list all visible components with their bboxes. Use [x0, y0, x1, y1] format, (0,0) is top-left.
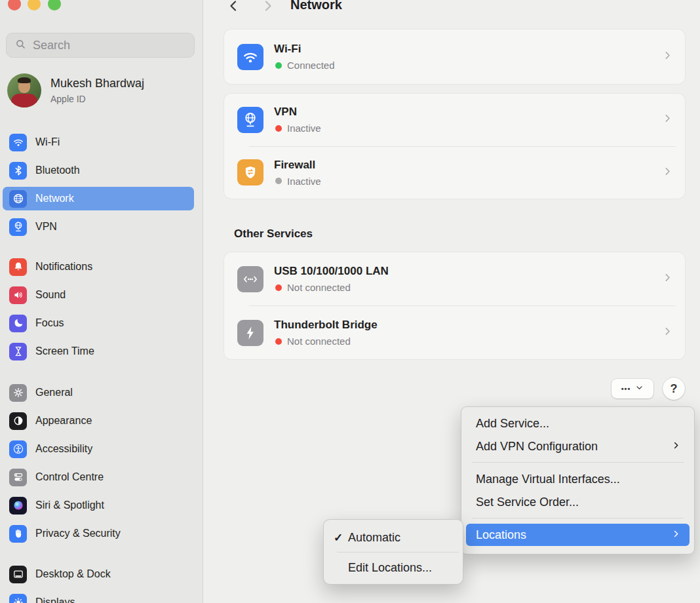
contrast-icon	[9, 412, 27, 430]
other-services-card: USB 10/100/1000 LAN Not connected Thunde…	[224, 252, 685, 359]
profile-subtitle: Apple ID	[50, 94, 144, 104]
hand-icon	[9, 525, 27, 543]
wifi-row[interactable]: Wi-Fi Connected	[224, 29, 685, 84]
search-icon	[14, 38, 27, 53]
minimize-button[interactable]	[28, 0, 41, 10]
sidebar-item-appearance[interactable]: Appearance	[3, 409, 194, 433]
menu-item-locations[interactable]: Locations	[466, 524, 690, 546]
submenu-item-automatic[interactable]: ✓ Automatic	[324, 528, 463, 547]
status-dot	[275, 62, 282, 69]
siri-icon	[9, 497, 27, 515]
chevron-right-icon	[662, 50, 673, 64]
wifi-icon	[9, 134, 27, 151]
row-title: USB 10/100/1000 LAN	[274, 265, 389, 278]
page-title: Network	[290, 0, 342, 12]
profile-row[interactable]: Mukesh Bhardwaj Apple ID	[7, 73, 144, 107]
more-options-button[interactable]: •••	[612, 379, 653, 399]
sidebar-item-vpn[interactable]: VPN	[3, 215, 194, 239]
globe-icon	[9, 190, 27, 208]
profile-name: Mukesh Bhardwaj	[50, 77, 144, 90]
zoom-button[interactable]	[48, 0, 61, 10]
menu-item-add-service[interactable]: Add Service...	[461, 412, 694, 435]
row-status: Not connected	[275, 336, 378, 347]
sidebar-group-desktop: Desktop & Dock Displays	[0, 562, 203, 603]
moon-icon	[9, 315, 27, 332]
sidebar-item-wifi[interactable]: Wi-Fi	[3, 130, 194, 154]
vpn-globe-icon	[9, 218, 27, 236]
chevron-down-icon	[635, 383, 644, 395]
row-title: Thunderbolt Bridge	[274, 319, 378, 332]
chevron-left-icon	[225, 5, 241, 16]
checkmark-icon: ✓	[334, 531, 348, 545]
menu-item-add-vpn-configuration[interactable]: Add VPN Configuration	[461, 435, 694, 458]
menu-separator	[337, 552, 459, 553]
search-placeholder: Search	[33, 39, 70, 52]
row-status: Connected	[275, 60, 335, 71]
bell-icon	[9, 258, 27, 276]
firewall-row[interactable]: Firewall Inactive	[224, 147, 685, 199]
status-dot	[275, 338, 282, 345]
row-status: Inactive	[275, 123, 321, 134]
main-content: Network Wi-Fi Connected VPN Inactive	[204, 0, 700, 603]
sidebar-item-control-centre[interactable]: Control Centre	[3, 465, 194, 489]
status-dot	[275, 284, 282, 291]
accessibility-icon	[9, 440, 27, 458]
submenu-item-edit-locations[interactable]: Edit Locations...	[324, 558, 463, 577]
status-dot	[275, 178, 282, 184]
sidebar-item-network[interactable]: Network	[3, 187, 194, 210]
bluetooth-icon	[9, 162, 27, 180]
row-status: Inactive	[275, 176, 321, 187]
sidebar-group-alerts: Notifications Sound Focus Screen Time	[0, 255, 203, 368]
wifi-icon	[237, 44, 263, 70]
ethernet-icon	[237, 266, 263, 292]
toggles-icon	[9, 469, 27, 486]
firewall-shield-icon	[237, 159, 263, 185]
back-button[interactable]	[225, 0, 241, 15]
row-title: VPN	[274, 106, 321, 119]
wifi-card: Wi-Fi Connected	[224, 29, 685, 84]
speaker-icon	[9, 286, 27, 304]
sidebar-item-siri-spotlight[interactable]: Siri & Spotlight	[3, 494, 194, 517]
sidebar-item-accessibility[interactable]: Accessibility	[3, 437, 194, 461]
sidebar-item-focus[interactable]: Focus	[3, 311, 194, 335]
chevron-right-icon	[662, 113, 673, 126]
sidebar-item-notifications[interactable]: Notifications	[3, 255, 194, 279]
row-title: Firewall	[274, 159, 321, 172]
chevron-right-icon	[662, 326, 673, 340]
status-dot	[275, 125, 282, 132]
forward-button[interactable]	[260, 0, 276, 15]
sidebar-item-sound[interactable]: Sound	[3, 283, 194, 307]
vpn-firewall-card: VPN Inactive Firewall Inactive	[224, 94, 685, 199]
thunderbolt-bridge-row[interactable]: Thunderbolt Bridge Not connected	[224, 306, 685, 359]
row-title: Wi-Fi	[274, 43, 335, 56]
menu-item-manage-virtual-interfaces[interactable]: Manage Virtual Interfaces...	[461, 468, 694, 491]
vpn-globe-icon	[237, 107, 263, 133]
menu-item-set-service-order[interactable]: Set Service Order...	[461, 491, 694, 514]
sidebar-item-desktop-dock[interactable]: Desktop & Dock	[3, 562, 194, 586]
menu-separator	[472, 518, 684, 518]
row-status: Not connected	[275, 282, 389, 293]
chevron-right-icon	[671, 440, 681, 454]
close-button[interactable]	[8, 0, 21, 10]
sidebar-item-privacy-security[interactable]: Privacy & Security	[3, 522, 194, 545]
sidebar-group-system: General Appearance Accessibility Control…	[0, 381, 203, 550]
gear-icon	[9, 384, 27, 402]
sidebar-item-screen-time[interactable]: Screen Time	[3, 340, 194, 363]
vpn-row[interactable]: VPN Inactive	[224, 94, 685, 146]
menu-separator	[472, 462, 684, 463]
help-button[interactable]: ?	[663, 378, 685, 400]
chevron-right-icon	[662, 166, 673, 180]
sidebar: Search Mukesh Bhardwaj Apple ID Wi-Fi Bl…	[0, 0, 203, 603]
locations-submenu: ✓ Automatic Edit Locations...	[323, 519, 463, 585]
usb-lan-row[interactable]: USB 10/100/1000 LAN Not connected	[224, 252, 685, 305]
other-services-heading: Other Services	[234, 227, 313, 241]
hourglass-icon	[9, 343, 27, 360]
window-dock-icon	[9, 566, 27, 583]
avatar	[7, 73, 41, 107]
sidebar-item-bluetooth[interactable]: Bluetooth	[3, 159, 194, 182]
sidebar-item-displays[interactable]: Displays	[3, 591, 194, 603]
sidebar-group-connectivity: Wi-Fi Bluetooth Network VPN	[0, 130, 203, 243]
chevron-right-icon	[260, 5, 276, 16]
sidebar-item-general[interactable]: General	[3, 381, 194, 404]
search-input[interactable]: Search	[6, 33, 195, 58]
